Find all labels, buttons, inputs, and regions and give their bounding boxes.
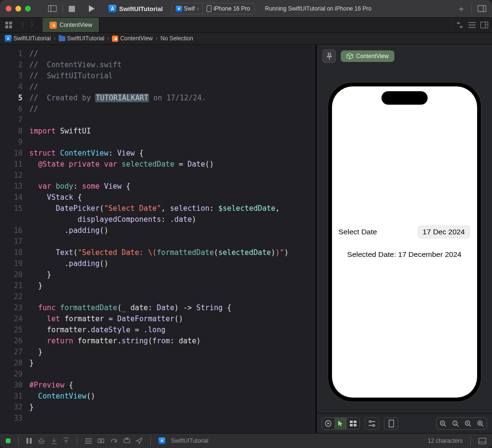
- preview-footer: 1: [317, 413, 492, 433]
- build-status-text: Running SwiftUITutorial on iPhone 16 Pro: [265, 5, 372, 12]
- step-over-icon[interactable]: [37, 438, 45, 444]
- svg-rect-0: [49, 6, 57, 12]
- chevron-icon: ›: [107, 35, 109, 42]
- live-preview-button[interactable]: [322, 418, 334, 429]
- svg-rect-48: [98, 439, 100, 443]
- zoom-group: 1: [436, 417, 487, 430]
- app-icon: A: [159, 437, 165, 444]
- chevron-right-icon: ›: [197, 5, 198, 12]
- character-count: 12 characters: [428, 437, 463, 444]
- nav-back-button[interactable]: 〈: [16, 20, 26, 30]
- close-window-button[interactable]: [6, 6, 12, 12]
- preview-mode-group: [321, 417, 360, 430]
- pause-debug-icon[interactable]: [26, 438, 32, 444]
- titlebar: A SwiftUITutorial A Swif › iPhone 16 Pro…: [0, 0, 492, 18]
- svg-rect-7: [9, 22, 12, 24]
- app-icon: A: [176, 6, 182, 12]
- step-out-icon[interactable]: [63, 437, 69, 444]
- debug-area-toggle-icon[interactable]: [479, 438, 486, 444]
- code-area[interactable]: // // ContentView.swift // SwiftUITutori…: [28, 45, 312, 433]
- add-editor-icon[interactable]: +: [480, 22, 488, 28]
- folder-icon: [59, 36, 65, 41]
- library-toggle-icon[interactable]: [478, 5, 486, 12]
- svg-rect-9: [9, 25, 12, 28]
- svg-rect-25: [389, 420, 394, 427]
- device-settings-button[interactable]: [365, 417, 379, 430]
- datepicker-label: Select Date: [339, 228, 377, 236]
- preview-device-button[interactable]: [384, 417, 398, 430]
- project-title-label: SwiftUITutorial: [119, 5, 163, 12]
- window-traffic-lights: [6, 6, 31, 12]
- device-icon: [207, 5, 211, 12]
- variants-button[interactable]: [347, 418, 359, 429]
- selectable-preview-button[interactable]: [334, 418, 347, 429]
- editor-options-icon[interactable]: [468, 22, 476, 28]
- svg-rect-19: [350, 424, 353, 426]
- line-gutter: 123456789101112131415 161718192021222324…: [0, 45, 28, 433]
- add-button[interactable]: ＋: [457, 3, 466, 14]
- breadcrumb-folder[interactable]: SwiftUITutorial: [67, 35, 105, 42]
- svg-rect-6: [5, 22, 8, 24]
- main-split: 123456789101112131415 161718192021222324…: [0, 45, 492, 433]
- svg-line-30: [457, 424, 459, 426]
- editor-tab-label: ContentView: [60, 22, 92, 28]
- phone-frame: Select Date 17 Dec 2024 Selected Date: 1…: [328, 83, 481, 401]
- pin-preview-button[interactable]: [322, 49, 336, 63]
- zoom-actual-button[interactable]: 1: [449, 418, 462, 429]
- cursor-selection: TUTORIALKART: [95, 94, 149, 102]
- breadcrumb-selection[interactable]: No Selection: [160, 35, 193, 42]
- memory-graph-icon[interactable]: [98, 437, 104, 444]
- preview-panel: ContentView Select Date 17 Dec 2024 Sele…: [316, 45, 492, 433]
- location-icon[interactable]: [136, 437, 143, 444]
- editor-tab-contentview[interactable]: ContentView: [43, 18, 99, 32]
- preview-target-chip[interactable]: ContentView: [341, 50, 394, 62]
- project-icon: A: [5, 35, 12, 42]
- run-indicator[interactable]: [6, 438, 11, 443]
- zoom-in-button[interactable]: [474, 418, 487, 429]
- adjust-editor-icon[interactable]: [456, 22, 464, 28]
- svg-line-37: [482, 424, 484, 426]
- svg-point-23: [373, 424, 375, 426]
- related-items-icon[interactable]: [4, 21, 13, 29]
- dynamic-island: [381, 91, 428, 105]
- step-into-icon[interactable]: [51, 437, 57, 444]
- svg-text:+: +: [486, 23, 488, 26]
- stop-button[interactable]: [69, 6, 75, 12]
- breadcrumb-file[interactable]: ContentView: [120, 35, 153, 42]
- swift-file-icon: [49, 22, 57, 29]
- debug-view-icon[interactable]: [85, 438, 92, 444]
- breadcrumb: A SwiftUITutorial › SwiftUITutorial › Co…: [0, 33, 492, 45]
- chevron-icon: ›: [156, 35, 158, 42]
- preview-canvas: Select Date 17 Dec 2024 Selected Date: 1…: [317, 68, 492, 413]
- run-button[interactable]: [88, 5, 95, 12]
- code-editor[interactable]: 123456789101112131415 161718192021222324…: [0, 45, 316, 433]
- chevron-icon: ›: [54, 35, 56, 42]
- svg-rect-17: [350, 421, 353, 423]
- scheme-selector[interactable]: A Swif › iPhone 16 Pro: [172, 3, 255, 14]
- svg-rect-41: [30, 438, 32, 444]
- minimap[interactable]: [312, 45, 316, 433]
- simulate-location-icon[interactable]: [123, 437, 130, 444]
- datepicker-value-button[interactable]: 17 Dec 2024: [418, 225, 470, 239]
- nav-forward-button[interactable]: 〉: [29, 20, 38, 30]
- environment-icon[interactable]: [110, 438, 118, 443]
- svg-rect-8: [5, 25, 8, 28]
- svg-rect-52: [479, 438, 486, 444]
- svg-rect-2: [69, 6, 75, 12]
- phone-screen[interactable]: Select Date 17 Dec 2024 Selected Date: 1…: [332, 86, 477, 398]
- svg-point-21: [369, 421, 371, 423]
- zoom-fit-button[interactable]: [462, 418, 474, 429]
- minimize-window-button[interactable]: [15, 6, 21, 12]
- bottom-status-bar: A SwiftUITutorial 12 characters: [0, 433, 492, 448]
- zoom-out-button[interactable]: [437, 418, 449, 429]
- sidebar-toggle-icon[interactable]: [48, 5, 57, 12]
- swift-file-icon: [112, 36, 118, 42]
- fullscreen-window-button[interactable]: [25, 6, 31, 12]
- breadcrumb-project[interactable]: SwiftUITutorial: [13, 35, 51, 42]
- svg-rect-4: [478, 6, 486, 12]
- tab-bar: 〈 〉 ContentView +: [0, 18, 492, 33]
- svg-rect-49: [101, 439, 104, 443]
- project-title[interactable]: A SwiftUITutorial: [109, 5, 163, 12]
- svg-rect-3: [207, 6, 211, 12]
- svg-line-33: [469, 424, 471, 426]
